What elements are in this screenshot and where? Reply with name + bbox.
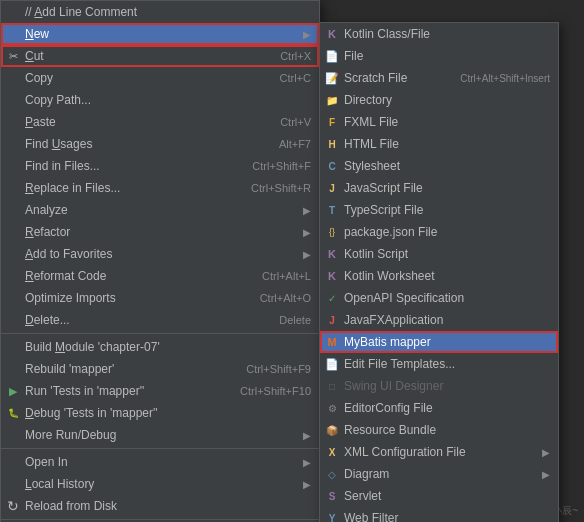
menu-item-delete[interactable]: Delete... Delete: [1, 309, 319, 331]
servlet-icon: S: [324, 488, 340, 504]
submenu-item-openapi[interactable]: ✓ OpenAPI Specification: [320, 287, 558, 309]
menu-item-add-line-comment[interactable]: // Add Line Comment: [1, 1, 319, 23]
refactor-icon: [5, 224, 21, 240]
menu-item-build-module[interactable]: Build Module 'chapter-07': [1, 336, 319, 358]
scratch-icon: 📝: [324, 70, 340, 86]
menu-item-find-usages[interactable]: Find Usages Alt+F7: [1, 133, 319, 155]
menu-item-reload[interactable]: ↻ Reload from Disk: [1, 495, 319, 517]
menu-item-analyze[interactable]: Analyze ▶: [1, 199, 319, 221]
run-shortcut: Ctrl+Shift+F10: [240, 385, 311, 397]
menu-item-new[interactable]: New ▶: [1, 23, 319, 45]
menu-item-cut[interactable]: ✂ Cut Ctrl+X: [1, 45, 319, 67]
submenu-item-javascript[interactable]: J JavaScript File: [320, 177, 558, 199]
directory-label: Directory: [344, 93, 550, 107]
servlet-label: Servlet: [344, 489, 550, 503]
analyze-label: Analyze: [25, 203, 298, 217]
separator-2: [1, 448, 319, 449]
stylesheet-icon: C: [324, 158, 340, 174]
menu-item-run-tests[interactable]: ▶ Run 'Tests in 'mapper'' Ctrl+Shift+F10: [1, 380, 319, 402]
submenu-item-kotlin-script[interactable]: K Kotlin Script: [320, 243, 558, 265]
scratch-shortcut: Ctrl+Alt+Shift+Insert: [460, 73, 550, 84]
kotlin-worksheet-icon: K: [324, 268, 340, 284]
debug-icon: 🐛: [5, 405, 21, 421]
submenu-item-package-json[interactable]: {} package.json File: [320, 221, 558, 243]
fxml-icon: F: [324, 114, 340, 130]
copy-path-icon: [5, 92, 21, 108]
submenu-item-html[interactable]: H HTML File: [320, 133, 558, 155]
web-filter-label: Web Filter: [344, 511, 550, 522]
submenu-item-resource-bundle[interactable]: 📦 Resource Bundle: [320, 419, 558, 441]
submenu-new: K Kotlin Class/File 📄 File 📝 Scratch Fil…: [319, 22, 559, 522]
submenu-item-xml-config[interactable]: X XML Configuration File ▶: [320, 441, 558, 463]
replace-shortcut: Ctrl+Shift+R: [251, 182, 311, 194]
submenu-item-scratch[interactable]: 📝 Scratch File Ctrl+Alt+Shift+Insert: [320, 67, 558, 89]
add-favorites-label: Add to Favorites: [25, 247, 298, 261]
submenu-item-mybatis[interactable]: M MyBatis mapper: [320, 331, 558, 353]
copy-label: Copy: [25, 71, 260, 85]
reformat-label: Reformat Code: [25, 269, 242, 283]
menu-item-copy[interactable]: Copy Ctrl+C: [1, 67, 319, 89]
mybatis-icon: M: [324, 334, 340, 350]
menu-item-local-history[interactable]: Local History ▶: [1, 473, 319, 495]
new-arrow: ▶: [303, 29, 311, 40]
submenu-item-javafx[interactable]: J JavaFXApplication: [320, 309, 558, 331]
cut-icon: ✂: [5, 48, 21, 64]
open-in-label: Open In: [25, 455, 298, 469]
openapi-label: OpenAPI Specification: [344, 291, 550, 305]
javafx-label: JavaFXApplication: [344, 313, 550, 327]
diagram-label: Diagram: [344, 467, 538, 481]
delete-label: Delete...: [25, 313, 259, 327]
replace-label: Replace in Files...: [25, 181, 231, 195]
mybatis-label: MyBatis mapper: [344, 335, 550, 349]
separator-1: [1, 333, 319, 334]
menu-item-refactor[interactable]: Refactor ▶: [1, 221, 319, 243]
menu-item-replace-in-files[interactable]: Replace in Files... Ctrl+Shift+R: [1, 177, 319, 199]
run-label: Run 'Tests in 'mapper'': [25, 384, 220, 398]
submenu-item-diagram[interactable]: ◇ Diagram ▶: [320, 463, 558, 485]
menu-item-optimize[interactable]: Optimize Imports Ctrl+Alt+O: [1, 287, 319, 309]
add-line-comment-label: // Add Line Comment: [25, 5, 311, 19]
menu-item-debug[interactable]: 🐛 Debug 'Tests in 'mapper'': [1, 402, 319, 424]
menu-item-rebuild[interactable]: Rebuild 'mapper' Ctrl+Shift+F9: [1, 358, 319, 380]
submenu-item-kotlin-worksheet[interactable]: K Kotlin Worksheet: [320, 265, 558, 287]
paste-shortcut: Ctrl+V: [280, 116, 311, 128]
open-in-icon: [5, 454, 21, 470]
delete-icon: [5, 312, 21, 328]
add-favorites-icon: [5, 246, 21, 262]
menu-item-more-run[interactable]: More Run/Debug ▶: [1, 424, 319, 446]
submenu-item-edit-templates[interactable]: 📄 Edit File Templates...: [320, 353, 558, 375]
submenu-item-kotlin-class[interactable]: K Kotlin Class/File: [320, 23, 558, 45]
menu-item-paste[interactable]: Paste Ctrl+V: [1, 111, 319, 133]
paste-icon: [5, 114, 21, 130]
submenu-item-stylesheet[interactable]: C Stylesheet: [320, 155, 558, 177]
xml-config-label: XML Configuration File: [344, 445, 538, 459]
menu-item-reformat[interactable]: Reformat Code Ctrl+Alt+L: [1, 265, 319, 287]
edit-templates-label: Edit File Templates...: [344, 357, 550, 371]
open-in-arrow: ▶: [303, 457, 311, 468]
submenu-item-file[interactable]: 📄 File: [320, 45, 558, 67]
menu-item-open-in[interactable]: Open In ▶: [1, 451, 319, 473]
submenu-item-web-filter[interactable]: Y Web Filter: [320, 507, 558, 522]
submenu-item-typescript[interactable]: T TypeScript File: [320, 199, 558, 221]
js-icon: J: [324, 180, 340, 196]
optimize-icon: [5, 290, 21, 306]
copy-path-label: Copy Path...: [25, 93, 311, 107]
submenu-item-directory[interactable]: 📁 Directory: [320, 89, 558, 111]
menu-item-add-favorites[interactable]: Add to Favorites ▶: [1, 243, 319, 265]
local-history-icon: [5, 476, 21, 492]
ts-label: TypeScript File: [344, 203, 550, 217]
submenu-item-fxml[interactable]: F FXML File: [320, 111, 558, 133]
swing-label: Swing UI Designer: [344, 379, 550, 393]
local-history-arrow: ▶: [303, 479, 311, 490]
file-label: File: [344, 49, 550, 63]
new-label: New: [25, 27, 298, 41]
find-in-files-label: Find in Files...: [25, 159, 232, 173]
submenu-item-editorconfig[interactable]: ⚙ EditorConfig File: [320, 397, 558, 419]
build-label: Build Module 'chapter-07': [25, 340, 311, 354]
new-icon: [5, 26, 21, 42]
directory-icon: 📁: [324, 92, 340, 108]
submenu-item-servlet[interactable]: S Servlet: [320, 485, 558, 507]
json-label: package.json File: [344, 225, 550, 239]
menu-item-find-in-files[interactable]: Find in Files... Ctrl+Shift+F: [1, 155, 319, 177]
menu-item-copy-path[interactable]: Copy Path...: [1, 89, 319, 111]
